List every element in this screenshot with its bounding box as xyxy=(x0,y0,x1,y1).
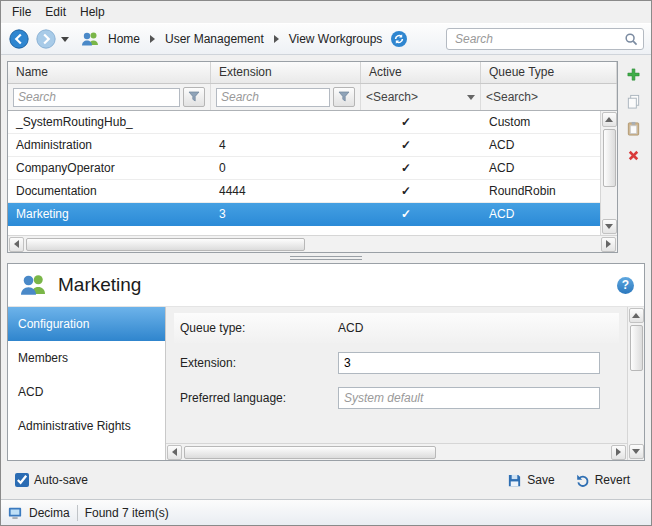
queue-type-value: ACD xyxy=(338,321,363,335)
tab-administrative-rights[interactable]: Administrative Rights xyxy=(8,409,165,443)
name-filter-input[interactable] xyxy=(13,88,180,107)
table-filter-row: <Search> <Search> xyxy=(8,84,617,111)
scrollbar-thumb[interactable] xyxy=(26,238,305,251)
breadcrumb-home[interactable]: Home xyxy=(105,30,143,48)
table-row[interactable]: Documentation4444✓RoundRobin xyxy=(8,180,600,203)
statusbar-separator xyxy=(77,505,78,521)
grid-side-toolbar xyxy=(621,61,645,253)
help-icon[interactable]: ? xyxy=(617,277,634,294)
tab-acd[interactable]: ACD xyxy=(8,375,165,409)
revert-arrow-icon xyxy=(575,473,590,488)
active-filter-dropdown[interactable]: <Search> xyxy=(361,84,481,110)
paste-button[interactable] xyxy=(624,119,642,137)
menu-bar: File Edit Help xyxy=(1,1,651,23)
status-bar: Decima Found 7 item(s) xyxy=(1,499,651,525)
scrollbar-thumb[interactable] xyxy=(630,325,643,371)
queue-type-filter-dropdown[interactable]: <Search> xyxy=(481,84,617,110)
extension-filter-button[interactable] xyxy=(333,87,355,107)
detail-header: Marketing ? xyxy=(8,264,644,306)
scroll-left-icon[interactable] xyxy=(9,237,24,252)
action-bar: Auto-save Save Revert xyxy=(7,465,645,495)
save-button[interactable]: Save xyxy=(500,470,561,491)
workgroup-icon xyxy=(18,273,48,297)
grid-vertical-scrollbar[interactable] xyxy=(600,111,617,235)
scrollbar-thumb[interactable] xyxy=(184,446,436,459)
tab-members[interactable]: Members xyxy=(8,341,165,375)
autosave-toggle[interactable]: Auto-save xyxy=(15,473,88,487)
copy-button[interactable] xyxy=(624,92,642,110)
table-header-row: Name Extension Active Queue Type xyxy=(8,62,617,84)
server-name: Decima xyxy=(29,506,70,520)
search-icon[interactable] xyxy=(624,32,639,47)
extension-filter-input[interactable] xyxy=(216,88,330,107)
add-workgroup-button[interactable] xyxy=(624,65,642,83)
autosave-label: Auto-save xyxy=(34,473,88,487)
autosave-checkbox[interactable] xyxy=(15,473,29,487)
tab-configuration[interactable]: Configuration xyxy=(8,307,165,341)
global-search-input[interactable] xyxy=(453,31,624,47)
global-search-box xyxy=(446,28,644,50)
save-disk-icon xyxy=(507,473,522,488)
column-header-queue-type[interactable]: Queue Type xyxy=(481,62,617,83)
active-filter-value: <Search> xyxy=(366,90,464,104)
chevron-down-icon[interactable] xyxy=(467,95,475,100)
menu-item-help[interactable]: Help xyxy=(73,3,112,21)
form-vertical-scrollbar[interactable] xyxy=(627,307,644,460)
preferred-language-label: Preferred language: xyxy=(180,391,338,405)
table-row[interactable]: Administration4✓ACD xyxy=(8,134,600,157)
delete-workgroup-button[interactable] xyxy=(624,146,642,164)
refresh-icon[interactable] xyxy=(390,30,408,48)
items-found-text: Found 7 item(s) xyxy=(85,506,169,520)
table-row[interactable]: _SystemRoutingHub_✓Custom xyxy=(8,111,600,134)
configuration-form: Queue type: ACD Extension: Preferred lan… xyxy=(166,307,627,460)
form-horizontal-scrollbar[interactable] xyxy=(166,443,627,460)
table-row[interactable]: CompanyOperator0✓ACD xyxy=(8,157,600,180)
preferred-language-field[interactable] xyxy=(338,387,600,409)
extension-field[interactable] xyxy=(338,352,600,374)
table-row-selected[interactable]: Marketing3✓ACD xyxy=(8,203,600,226)
column-header-name[interactable]: Name xyxy=(8,62,211,83)
column-header-active[interactable]: Active xyxy=(361,62,481,83)
revert-button[interactable]: Revert xyxy=(568,470,637,491)
workgroup-icon xyxy=(80,31,100,47)
workgroups-table: Name Extension Active Queue Type xyxy=(7,61,618,253)
breadcrumb-user-management[interactable]: User Management xyxy=(162,30,267,48)
detail-title: Marketing xyxy=(58,274,141,296)
main-content: Name Extension Active Queue Type xyxy=(1,55,651,499)
detail-tab-list: Configuration Members ACD Administrative… xyxy=(8,307,166,460)
workgroup-detail-panel: Marketing ? Configuration Members ACD Ad… xyxy=(7,263,645,461)
scroll-right-icon[interactable] xyxy=(611,445,626,460)
scrollbar-thumb[interactable] xyxy=(603,129,616,187)
forward-button[interactable] xyxy=(35,28,57,50)
back-button[interactable] xyxy=(8,28,30,50)
breadcrumb-separator-icon xyxy=(150,35,155,43)
queue-type-label: Queue type: xyxy=(180,321,338,335)
scroll-up-icon[interactable] xyxy=(629,308,644,323)
column-header-extension[interactable]: Extension xyxy=(211,62,361,83)
server-icon xyxy=(8,506,22,520)
name-filter-button[interactable] xyxy=(183,87,205,107)
navigation-toolbar: Home User Management View Workgroups xyxy=(1,23,651,55)
extension-label: Extension: xyxy=(180,356,338,370)
scroll-up-icon[interactable] xyxy=(602,112,617,127)
splitter-handle[interactable] xyxy=(7,253,645,263)
queue-type-filter-value: <Search> xyxy=(486,90,611,104)
menu-item-file[interactable]: File xyxy=(5,3,38,21)
breadcrumb-separator-icon xyxy=(274,35,279,43)
breadcrumb-view-workgroups[interactable]: View Workgroups xyxy=(286,30,386,48)
app-window: File Edit Help Home User Management View… xyxy=(0,0,652,526)
table-body: _SystemRoutingHub_✓Custom Administration… xyxy=(8,111,600,235)
scroll-down-icon[interactable] xyxy=(629,444,644,459)
menu-item-edit[interactable]: Edit xyxy=(38,3,73,21)
scroll-right-icon[interactable] xyxy=(601,237,616,252)
scroll-left-icon[interactable] xyxy=(167,445,182,460)
scroll-down-icon[interactable] xyxy=(602,219,617,234)
grid-horizontal-scrollbar[interactable] xyxy=(8,235,617,252)
nav-history-dropdown-icon[interactable] xyxy=(61,37,69,42)
